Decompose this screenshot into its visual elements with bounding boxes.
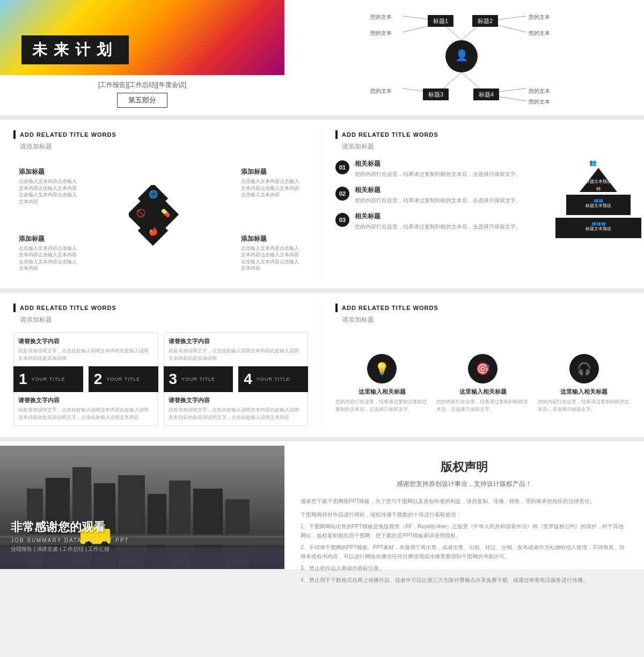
divider-3 (0, 437, 644, 441)
mm-node-label: 标题3 (428, 91, 443, 98)
section-subtitle-4: 请添加标题 (335, 315, 631, 324)
diamond-title-tr: 添加标题 (241, 167, 303, 176)
pyramid-list: 01 相关标题 您的内容打在这里，结果请过复制到框的文本后，去选择只保留文字。 … (335, 159, 545, 238)
copyright-item-3: 3、禁止把作品入商成作商标注册。 (301, 564, 628, 573)
copyright-panel: 版权声明 感谢您支持原创设计事业，支持设计版权产品！ 感谢您下载千图网络PPT模… (284, 446, 644, 569)
copyright-intro: 感谢您下载千图网络PPT模板，为了您与千图网以及原创作者的利益，请勿复制、传播、… (301, 497, 628, 506)
pyramid-num-1: 01 (335, 160, 349, 174)
mm-text-node: 您的文本 (370, 88, 392, 94)
pyramid-item-3: 03 相关标题 您的内容打在这里，结果请过复制到框的文本后，去选择只保留文字。 (335, 212, 545, 231)
pyramid-section: ADD RELATED TITLE WORDS 请添加标题 01 相关标题 您的… (322, 130, 644, 277)
card-top-2: 请替换文字内容 此处添加说明文字，点击此处输入说明文本内容此处输入说明文本内容此… (164, 333, 309, 366)
diamond-container: 添加标题 点击输入文本内容点击输入文本内容点击输入文本内容点击输入文本内容点击输… (13, 159, 308, 277)
top-section: 未来计划 [工作报告][工作总结][年度会议] 第五部分 👤 (0, 0, 644, 115)
section-title-text-1: ADD RELATED TITLE WORDS (20, 131, 116, 138)
pyramid-title-2: 相关标题 (355, 186, 521, 195)
icon-desc-1: 您的内容打在这里，结果请过复制过复制过复制的文本后，去选择只保留文字。 (335, 398, 428, 413)
main-title: 未来计划 (32, 40, 118, 60)
bottom-text-box: 非常感谢您的观看 JOB SUMMARY DATA REPORT PPT 业绩报… (11, 519, 129, 553)
page: 未来计划 [工作报告][工作总结][年度会议] 第五部分 👤 (0, 0, 644, 569)
card-top-1: 请替换文字内容 此处添加说明文字，点击此处输入说明文本内容此处输入说明文本内容此… (13, 333, 158, 366)
mm-node-label: 标题1 (433, 18, 448, 24)
title-bar-2 (335, 130, 338, 139)
icon-circle-2: 🎯 (468, 354, 497, 383)
copyright-item-4: 4、禁止用于下数格式在网上传播作品、或者作可以让第三方无限付费截点共享免费下载、… (301, 575, 628, 585)
diamond-title-bl: 添加标题 (19, 234, 80, 243)
mindmap-svg: 👤 标题1 标题2 (295, 5, 633, 110)
card-bot-1: 请替换文字内容 此处添加说明文字，点击此处输入说明文本内容此处输入说明文本内容此… (13, 392, 158, 426)
card-bot-title-1: 请替换文字内容 (18, 396, 153, 404)
pyramid-text-3: 相关标题 您的内容打在这里，结果请过复制到框的文本后，去选择只保留文字。 (355, 212, 521, 231)
svg-text:🍎: 🍎 (148, 227, 158, 237)
copyright-title: 版权声明 (301, 459, 628, 475)
icon-card-1: 💡 这里输入相关标题 您的内容打在这里，结果请过复制过复制过复制的文本后，去选择… (335, 354, 428, 413)
mm-node-label: 标题2 (477, 18, 493, 24)
diamond-desc-tr: 点击输入文本内容点击输入文本内容点击输入文本内容点击输入文本内容 (241, 178, 303, 198)
diamond-label-tr: 添加标题 点击输入文本内容点击输入文本内容点击输入文本内容点击输入文本内容 (241, 167, 303, 198)
section-title-1: ADD RELATED TITLE WORDS (13, 130, 308, 139)
diamond-desc-br: 点击输入文本内容点击输入文本内容点击输入文本内容点击输入文本内容点击输入文本内容 (241, 245, 303, 272)
mm-line (462, 72, 483, 91)
section-title-3: ADD RELATED TITLE WORDS (13, 304, 308, 312)
copyright-subtitle: 感谢您支持原创设计事业，支持设计版权产品！ (301, 479, 628, 489)
section-title-text-3: ADD RELATED TITLE WORDS (20, 305, 116, 311)
bottom-tags: 业绩报告 | 演讲支援 | 工作总结 | 工作汇报 (11, 545, 129, 553)
icons-row: 💡 这里输入相关标题 您的内容打在这里，结果请过复制过复制过复制的文本后，去选择… (335, 354, 631, 413)
icon-bulb: 💡 (375, 362, 389, 376)
mm-text-node: 您的文本 (528, 30, 550, 36)
section-title-4: ADD RELATED TITLE WORDS (335, 304, 631, 312)
icon-title-3: 这里输入相关标题 (538, 388, 631, 396)
section-subtitle-3: 请添加标题 (13, 315, 308, 324)
mm-center-icon: 👤 (455, 49, 469, 62)
pyramid-desc-1: 您的内容打在这里，结果请过复制到框的文本后，去选择只保留文字。 (355, 170, 521, 178)
pyramid-top-people: 👥 (555, 159, 631, 166)
icon-circle-3: 🎧 (569, 354, 599, 383)
part-button[interactable]: 第五部分 (117, 93, 167, 108)
section-title-text-4: ADD RELATED TITLE WORDS (342, 305, 438, 311)
title-box: 未来计划 (21, 35, 129, 64)
card-top-desc-2: 此处添加说明文字，点击此处输入说明文本内容此处输入说明文本内容此处添加说明 (169, 348, 304, 362)
header-footer: [工作报告][工作总结][年度会议] 第五部分 (0, 75, 284, 113)
card-top-title-1: 请替换文字内容 (18, 337, 153, 345)
pyramid-num-2: 02 (335, 187, 349, 201)
card-label-1: YOUR TITLE (32, 377, 65, 382)
copyright-item-0: 千图网将持对作品进行维权，侵权传播下载数的十倍进行索取赔偿： (301, 510, 628, 519)
mm-text-node: 您的文本 (370, 14, 392, 20)
svg-text:🌐: 🌐 (148, 190, 158, 199)
bottom-left-panel: 非常感谢您的观看 JOB SUMMARY DATA REPORT PPT 业绩报… (0, 446, 284, 569)
divider-2 (0, 289, 644, 293)
title-bar-4 (335, 304, 338, 312)
cards-container: 请替换文字内容 此处添加说明文字，点击此处输入说明文本内容此处输入说明文本内容此… (13, 333, 308, 426)
card-label-4: YOUR TITLE (257, 377, 290, 382)
svg-text:🚫: 🚫 (136, 209, 145, 218)
page-subtitle: [工作报告][工作总结][年度会议] (21, 80, 263, 90)
cards-section: ADD RELATED TITLE WORDS 请添加标题 请替换文字内容 此处… (0, 304, 322, 426)
card-num-1: 1 (19, 371, 27, 388)
bottom-sub-text: JOB SUMMARY DATA REPORT PPT (11, 537, 129, 543)
card-num-row-4: 4 YOUR TITLE (238, 366, 308, 392)
icon-circle-1: 💡 (367, 354, 397, 383)
card-bot-title-2: 请替换文字内容 (169, 396, 304, 404)
bottom-section: 非常感谢您的观看 JOB SUMMARY DATA REPORT PPT 业绩报… (0, 446, 644, 569)
pyramid-text-2: 相关标题 您的内容打在这里，结果请过复制到框的文本后，去选择只保留文字。 (355, 186, 521, 204)
section-subtitle-1: 请添加标题 (13, 142, 308, 151)
pyr-level-bot-label: 标题文本预设 (585, 226, 611, 231)
pyramid-num-3: 03 (335, 213, 349, 227)
pyramid-visual: 👥 标题文本预设 🧑‍🤝‍🧑 标题文本预设 👥👥 (555, 159, 631, 234)
copyright-item-2: 2、不得将千图网的PPT模板、PPT素材，本身用于再出售、或者出售、出租、转让、… (301, 543, 628, 561)
cards-top-text: 请替换文字内容 此处添加说明文字，点击此处输入说明文本内容此处输入说明文本内容此… (13, 333, 308, 366)
card-top-title-2: 请替换文字内容 (169, 337, 304, 345)
pyramid-desc-2: 您的内容打在这里，结果请过复制到框的文本后，去选择只保留文字。 (355, 196, 521, 204)
mm-line (440, 72, 462, 91)
copyright-item-1: 1、千图网网站出售的PPT模板是免版税类（RF，Royalty-free）正版受… (301, 522, 628, 540)
mm-text-node: 您的文本 (528, 88, 550, 94)
card-bot-desc-2: 此处添加说明文字，点击此处输入说明文本内容此处输入说明文本内容此处添加说明文字，… (169, 407, 304, 421)
icons-section: ADD RELATED TITLE WORDS 请添加标题 💡 这里输入相关标题… (322, 304, 644, 426)
divider-1 (0, 115, 644, 120)
section-subtitle-2: 请添加标题 (335, 142, 631, 151)
diamond-label-tl: 添加标题 点击输入文本内容点击输入文本内容点击输入文本内容点击输入文本内容点击输… (19, 167, 80, 205)
svg-text:💊: 💊 (160, 209, 170, 218)
mm-text-node: 您的文本 (528, 99, 550, 105)
card-num-row-2: 2 YOUR TITLE (89, 366, 158, 392)
icon-card-2: 🎯 这里输入相关标题 您的内容打在这里，结果请过复制到框的文本后，去选择只保留文… (436, 354, 529, 413)
